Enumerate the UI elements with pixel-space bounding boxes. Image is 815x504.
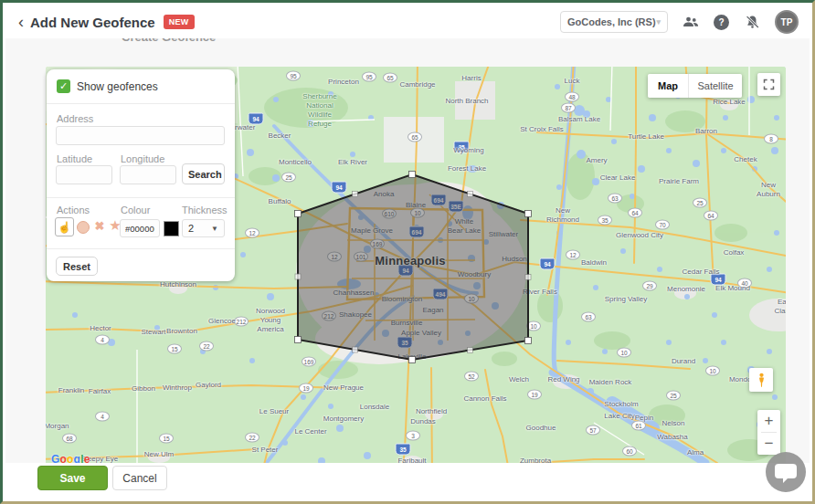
map-label: Fairfax bbox=[89, 387, 111, 396]
map-label: Chetek bbox=[734, 155, 757, 164]
map-label: Winthrop bbox=[163, 383, 192, 393]
user-avatar[interactable]: TP bbox=[775, 10, 799, 34]
map-label: White Bear Lake bbox=[448, 217, 481, 236]
thickness-value: 2 bbox=[188, 223, 194, 234]
map-label: Wyoming bbox=[453, 146, 483, 155]
latitude-input[interactable] bbox=[56, 165, 112, 184]
map-label: Franklin bbox=[58, 386, 84, 395]
organization-select[interactable]: GoCodes, Inc (RS) ▾ bbox=[560, 11, 668, 33]
map-label: Menomonie bbox=[667, 285, 705, 294]
chat-widget-button[interactable] bbox=[766, 452, 806, 492]
save-button[interactable]: Save bbox=[37, 466, 108, 490]
map-label: Lonsdale bbox=[360, 403, 389, 412]
footer: Save Cancel bbox=[5, 463, 810, 499]
search-button[interactable]: Search bbox=[182, 163, 225, 184]
map-label: New Richmond bbox=[546, 206, 579, 225]
colour-input[interactable] bbox=[120, 219, 160, 237]
actions-label: Actions bbox=[57, 205, 90, 215]
map-label: Eagan bbox=[422, 306, 443, 315]
colour-swatch[interactable] bbox=[164, 221, 179, 236]
fullscreen-button[interactable] bbox=[757, 73, 780, 96]
satellite-view-button[interactable]: Satellite bbox=[689, 74, 742, 98]
circle-tool-button[interactable] bbox=[77, 221, 90, 234]
street-view-pegman[interactable] bbox=[749, 368, 773, 392]
map-label: Forest Lake bbox=[448, 164, 486, 173]
organization-select-value: GoCodes, Inc (RS) bbox=[567, 16, 656, 27]
map-label: Burnsville bbox=[391, 319, 423, 328]
map-label: Monticello bbox=[279, 158, 312, 167]
header-actions: GoCodes, Inc (RS) ▾ ? TP bbox=[560, 10, 799, 34]
geofence-panel: ✓ Show geofences Address Latitude Longit… bbox=[47, 69, 235, 281]
map-label: Minneapolis bbox=[375, 254, 445, 268]
map-label: Hutchinson bbox=[160, 280, 196, 289]
map-view-button[interactable]: Map bbox=[648, 74, 689, 98]
longitude-input[interactable] bbox=[120, 165, 176, 184]
map-label: Lakeville bbox=[397, 352, 426, 362]
map-label: Prairie Farm bbox=[659, 177, 699, 186]
map-label: New Ulm bbox=[144, 450, 174, 459]
map-label: Princeton bbox=[328, 78, 359, 87]
map-label: Stillwater bbox=[489, 230, 518, 239]
map-label: Eau Claire bbox=[775, 298, 786, 316]
map-label: Chanhassen bbox=[333, 289, 375, 298]
header: ‹ Add New Geofence NEW GoCodes, Inc (RS)… bbox=[5, 5, 810, 38]
map-label: Buffalo bbox=[269, 197, 291, 206]
pan-tool-button[interactable]: ☝ bbox=[55, 217, 74, 236]
map-label: St Peter bbox=[252, 446, 279, 455]
map-label: New Prague bbox=[323, 383, 364, 393]
polygon-tool-button[interactable]: ✖ bbox=[92, 217, 107, 235]
map-label: Hector bbox=[90, 324, 111, 333]
colour-label: Colour bbox=[121, 205, 150, 215]
thickness-label: Thickness bbox=[182, 205, 228, 215]
map-label: Turtle Lake bbox=[628, 132, 664, 142]
chevron-down-icon: ▾ bbox=[656, 17, 661, 26]
map-label: Gibbon bbox=[132, 384, 155, 394]
users-icon[interactable] bbox=[682, 13, 700, 31]
map-label: Durand bbox=[672, 357, 695, 366]
map-label: Harris bbox=[461, 74, 481, 83]
back-chevron-icon[interactable]: ‹ bbox=[18, 14, 24, 30]
map-label: Montgomery bbox=[323, 415, 364, 424]
chevron-down-icon: ▼ bbox=[211, 225, 218, 233]
map-label: Red Wing bbox=[547, 375, 579, 384]
address-input[interactable] bbox=[56, 126, 225, 145]
map-label: Le Center bbox=[294, 427, 326, 436]
thickness-select[interactable]: 2 ▼ bbox=[182, 219, 225, 237]
page-title: Add New Geofence bbox=[30, 15, 155, 30]
map-label: Woodbury bbox=[458, 270, 491, 279]
content-area: Create Geofence bbox=[5, 38, 810, 468]
new-badge: NEW bbox=[164, 15, 195, 29]
map-label: Cambridge bbox=[399, 80, 435, 89]
map-label: Lake City bbox=[604, 412, 634, 421]
map-label: Welch bbox=[509, 375, 529, 384]
map-label: Shakopee bbox=[339, 310, 372, 320]
map-label: Amery bbox=[586, 156, 607, 165]
zoom-in-button[interactable]: + bbox=[757, 410, 780, 432]
map-label: Baldwin bbox=[581, 258, 607, 268]
map-label: Blaine bbox=[406, 201, 426, 210]
map-label: Elk River bbox=[338, 158, 367, 167]
map-label: Maple Grove bbox=[351, 226, 393, 236]
map-label: Barron bbox=[695, 127, 717, 136]
reset-button[interactable]: Reset bbox=[56, 257, 98, 276]
map-label: Clear Lake bbox=[600, 173, 636, 183]
map-label: North Branch bbox=[445, 97, 488, 106]
map-label: Glenwood City bbox=[616, 231, 663, 240]
latitude-label: Latitude bbox=[57, 153, 92, 164]
cancel-button[interactable]: Cancel bbox=[112, 466, 167, 490]
map-label: Stockholm bbox=[604, 400, 638, 409]
longitude-label: Longitude bbox=[121, 153, 164, 164]
map-label: Gaylord bbox=[196, 381, 221, 390]
show-geofences-label: Show geofences bbox=[77, 80, 158, 93]
show-geofences-checkbox[interactable]: ✓ bbox=[57, 79, 70, 93]
help-icon[interactable]: ? bbox=[714, 15, 729, 30]
map-label: Becker bbox=[269, 131, 291, 141]
map-label: Cannon Falls bbox=[463, 394, 506, 404]
map-label: Anoka bbox=[374, 190, 395, 199]
map-label: Le Sueur bbox=[259, 407, 289, 416]
map-label: Goodhue bbox=[526, 424, 556, 433]
notifications-off-icon[interactable] bbox=[743, 13, 761, 31]
map-label: Spring Valley bbox=[605, 295, 648, 304]
map-label: Balsam Lake bbox=[558, 115, 600, 124]
map-label: Bloomington bbox=[382, 295, 422, 304]
